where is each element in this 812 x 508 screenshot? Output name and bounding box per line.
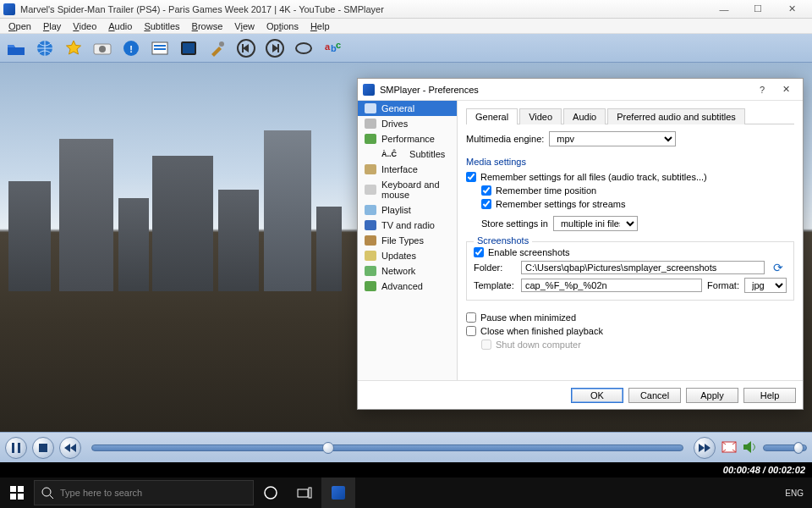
stop-button[interactable] (32, 437, 54, 459)
keyboard-icon (365, 185, 376, 195)
play-pause-button[interactable] (5, 437, 27, 459)
windows-taskbar: Type here to search ENG (0, 478, 812, 508)
info-icon[interactable]: ! (120, 37, 142, 59)
tv-icon (365, 220, 376, 230)
help-button[interactable]: Help (743, 388, 796, 403)
menu-open[interactable]: Open (3, 20, 36, 32)
video-icon[interactable] (178, 37, 200, 59)
dialog-close-button[interactable]: ✕ (774, 84, 798, 95)
engine-select[interactable]: mpv (549, 131, 676, 146)
template-input[interactable] (521, 279, 702, 292)
favorites-icon[interactable] (63, 37, 85, 59)
sidebar-item-interface[interactable]: Interface (358, 162, 457, 177)
taskbar-lang[interactable]: ENG (776, 489, 812, 498)
folder-input[interactable] (521, 261, 765, 274)
dialog-help-button[interactable]: ? (750, 85, 774, 95)
seek-thumb[interactable] (322, 442, 334, 454)
close-button[interactable]: ✕ (775, 1, 809, 18)
folder-browse-icon[interactable]: ⟳ (770, 261, 787, 274)
sidebar-item-keyboard[interactable]: Keyboard and mouse (358, 177, 457, 202)
format-select[interactable]: jpg (744, 278, 787, 293)
fullscreen-button[interactable] (721, 440, 738, 456)
svg-rect-9 (183, 43, 195, 53)
taskbar-search[interactable]: Type here to search (34, 480, 254, 505)
sidebar-item-filetypes[interactable]: File Types (358, 233, 457, 248)
sidebar-label-network: Network (381, 266, 415, 276)
rewind-button[interactable] (59, 437, 81, 459)
tools-icon[interactable] (206, 37, 228, 59)
sidebar-label-general: General (381, 103, 414, 113)
store-select[interactable]: multiple ini files (553, 216, 638, 231)
chk-close-finished-label: Close when finished playback (480, 326, 603, 336)
repeat-icon[interactable] (293, 37, 315, 59)
volume-slider[interactable] (763, 444, 807, 451)
chk-remember-streams-label: Remember settings for streams (496, 199, 625, 209)
skip-back-icon[interactable] (235, 37, 257, 59)
svg-rect-30 (298, 489, 308, 497)
sidebar-label-keyboard: Keyboard and mouse (381, 179, 450, 200)
sidebar-item-general[interactable]: General (358, 101, 457, 116)
cortana-icon[interactable] (254, 478, 288, 508)
svg-rect-12 (242, 44, 244, 52)
sidebar-label-tvradio: TV and radio (381, 220, 435, 230)
chk-close-finished[interactable] (466, 326, 476, 336)
chk-pause-minimized[interactable] (466, 312, 476, 323)
menu-options[interactable]: Options (261, 20, 304, 32)
screenshot-icon[interactable] (91, 37, 113, 59)
sidebar-item-performance[interactable]: Performance (358, 131, 457, 146)
menu-audio[interactable]: Audio (103, 20, 137, 32)
apply-button[interactable]: Apply (686, 388, 738, 403)
skip-forward-icon[interactable] (264, 37, 286, 59)
start-button[interactable] (0, 486, 34, 500)
svg-rect-24 (18, 486, 24, 492)
chk-remember-all[interactable] (466, 172, 476, 182)
subtitle-find-icon[interactable]: abc (321, 37, 343, 59)
volume-icon[interactable] (743, 440, 758, 456)
sidebar-label-updates: Updates (381, 251, 416, 261)
menu-video[interactable]: Video (68, 20, 102, 32)
sidebar-item-subtitles[interactable]: À..Ĉ Subtitles (358, 146, 457, 162)
svg-line-28 (50, 495, 53, 499)
sidebar-item-tvradio[interactable]: TV and radio (358, 218, 457, 233)
sidebar-item-updates[interactable]: Updates (358, 248, 457, 263)
menu-help[interactable]: Help (305, 20, 335, 32)
dialog-title: SMPlayer - Preferences (380, 85, 750, 95)
drives-icon (365, 119, 376, 129)
taskview-icon[interactable] (288, 478, 321, 508)
ok-button[interactable]: OK (571, 388, 623, 403)
open-url-icon[interactable] (34, 37, 56, 59)
tab-video[interactable]: Video (519, 108, 562, 124)
tab-audio[interactable]: Audio (563, 108, 606, 124)
menu-subtitles[interactable]: Subtitles (139, 20, 184, 32)
tab-preferred[interactable]: Preferred audio and subtitles (607, 108, 745, 124)
template-label: Template: (474, 280, 516, 290)
cancel-button[interactable]: Cancel (628, 388, 681, 403)
sidebar-item-drives[interactable]: Drives (358, 116, 457, 131)
chk-remember-time[interactable] (481, 185, 491, 196)
preferences-sidebar: General Drives Performance À..Ĉ Subtitle… (358, 101, 458, 380)
sidebar-item-playlist[interactable]: Playlist (358, 202, 457, 218)
maximize-button[interactable]: ☐ (741, 1, 775, 18)
menu-play[interactable]: Play (38, 20, 66, 32)
sidebar-item-advanced[interactable]: Advanced (358, 279, 457, 294)
tab-general[interactable]: General (466, 108, 518, 124)
taskbar-smplayer-icon[interactable] (321, 478, 355, 508)
menu-view[interactable]: View (229, 20, 260, 32)
forward-button[interactable] (694, 437, 716, 459)
sidebar-label-drives: Drives (381, 119, 408, 129)
sidebar-item-network[interactable]: Network (358, 263, 457, 279)
minimize-button[interactable]: — (707, 1, 741, 18)
volume-thumb[interactable] (793, 442, 804, 454)
playlist-icon[interactable] (149, 37, 171, 59)
dialog-footer: OK Cancel Apply Help (358, 380, 803, 409)
chk-enable-screenshots[interactable] (474, 247, 484, 257)
sidebar-label-subtitles: Subtitles (409, 149, 445, 159)
menu-browse[interactable]: Browse (187, 20, 228, 32)
sidebar-label-advanced: Advanced (381, 281, 423, 291)
chk-shutdown (481, 340, 491, 350)
open-file-icon[interactable] (5, 37, 27, 59)
chk-remember-streams[interactable] (481, 199, 491, 209)
svg-rect-20 (18, 443, 20, 453)
seek-slider[interactable] (91, 444, 683, 451)
engine-label: Multimedia engine: (466, 134, 544, 144)
